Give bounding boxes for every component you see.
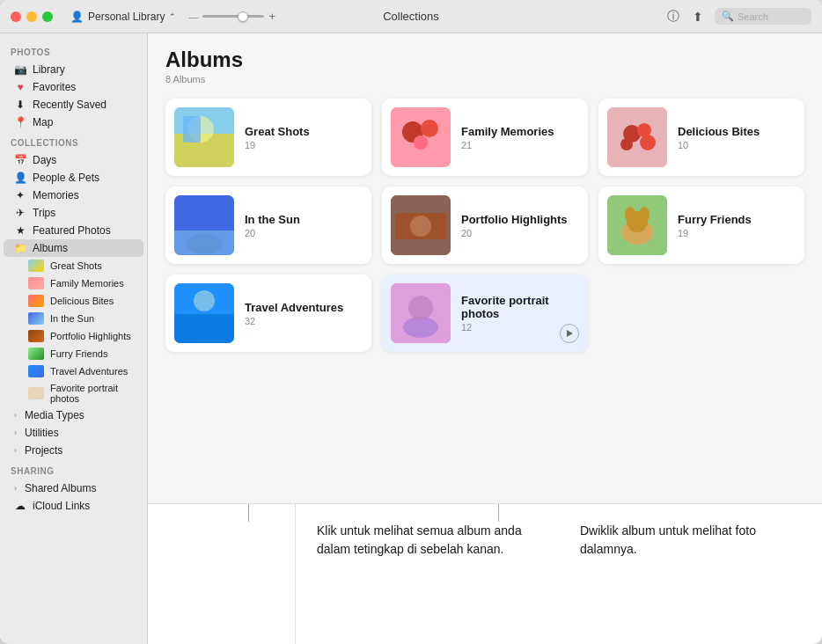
album-card-great-shots[interactable]: Great Shots 19: [165, 99, 371, 176]
travel-thumb: [28, 365, 44, 377]
icloud-icon: ☁: [14, 500, 26, 512]
album-card-furry-friends[interactable]: Furry Friends 19: [598, 187, 804, 264]
album-card-portfolio-highlights[interactable]: Portfolio Highlights 20: [382, 187, 588, 264]
sidebar-item-people-pets[interactable]: 👤 People & Pets: [4, 169, 143, 187]
sidebar-label-featured-photos: Featured Photos: [33, 224, 111, 237]
sidebar-item-travel-adventures[interactable]: Travel Adventures: [4, 362, 143, 380]
sidebar-label-days: Days: [33, 154, 56, 166]
annotation-left-text: Klik untuk melihat semua album anda dala…: [317, 522, 538, 559]
annotation-right: Dwiklik album untuk melihat foto dalamny…: [559, 504, 822, 644]
album-name-delicious-bites: Delicious Bites: [678, 125, 796, 138]
album-thumb-furry-friends: [607, 195, 667, 255]
sidebar-item-portfolio-highlights[interactable]: Portfolio Highlights: [4, 327, 143, 345]
sidebar-item-furry-friends[interactable]: Furry Friends: [4, 345, 143, 362]
sidebar-item-projects[interactable]: › Projects: [4, 442, 143, 459]
days-icon: 📅: [14, 154, 26, 166]
album-thumb-great-shots: [174, 107, 234, 167]
album-count-in-the-sun: 20: [245, 228, 363, 238]
sidebar-item-media-types[interactable]: › Media Types: [4, 406, 143, 424]
trips-icon: ✈: [14, 207, 26, 219]
svg-point-29: [408, 296, 433, 320]
album-count: 8 Albums: [165, 74, 804, 84]
sidebar-label-in-the-sun: In the Sun: [50, 313, 94, 324]
sidebar-item-memories[interactable]: ✦ Memories: [4, 187, 143, 204]
zoom-minus-icon: —: [188, 11, 198, 22]
utilities-expand-icon: ›: [14, 428, 17, 437]
album-info-great-shots: Great Shots 19: [245, 125, 363, 150]
sidebar-item-map[interactable]: 📍 Map: [4, 113, 143, 131]
album-name-family-memories: Family Memories: [461, 125, 579, 138]
family-memories-thumb: [28, 277, 44, 289]
album-thumb-delicious-bites: [607, 107, 667, 167]
album-card-favorite-portrait[interactable]: Favorite portrait photos 12: [382, 274, 588, 352]
sidebar-item-utilities[interactable]: › Utilities: [4, 424, 143, 442]
zoom-control[interactable]: — +: [188, 10, 275, 23]
sidebar-item-family-memories[interactable]: Family Memories: [4, 274, 143, 292]
people-pets-icon: 👤: [14, 172, 26, 184]
library-selector[interactable]: 👤 Personal Library ⌃: [70, 11, 176, 23]
sidebar-item-delicious-bites[interactable]: Delicious Bites: [4, 292, 143, 310]
album-name-great-shots: Great Shots: [245, 125, 363, 138]
album-card-delicious-bites[interactable]: Delicious Bites 10: [598, 99, 804, 176]
window-title: Collections: [383, 10, 439, 23]
album-thumb-portfolio: [391, 195, 451, 255]
album-grid: Great Shots 19 Family Memories 21: [165, 99, 804, 352]
shared-albums-expand-icon: ›: [14, 484, 17, 493]
sidebar-item-favorite-portrait[interactable]: Favorite portrait photos: [4, 380, 143, 406]
album-info-delicious-bites: Delicious Bites 10: [678, 125, 796, 150]
content-area: Albums 8 Albums Great Shots 19: [148, 33, 822, 503]
play-icon[interactable]: [560, 324, 579, 343]
svg-point-7: [414, 135, 428, 150]
sidebar-item-trips[interactable]: ✈ Trips: [4, 204, 143, 222]
svg-point-6: [421, 120, 438, 137]
info-icon[interactable]: ⓘ: [665, 9, 681, 25]
svg-point-22: [625, 207, 635, 223]
search-box[interactable]: 🔍 Search: [715, 8, 811, 25]
sidebar-item-favorites[interactable]: ♥ Favorites: [4, 78, 143, 96]
zoom-slider[interactable]: [202, 15, 264, 18]
sidebar-label-favorites: Favorites: [33, 81, 76, 93]
minimize-button[interactable]: [26, 11, 37, 22]
sidebar-item-great-shots[interactable]: Great Shots: [4, 257, 143, 274]
album-thumb-travel-adventures: [174, 283, 234, 343]
sidebar-item-library[interactable]: 📷 Library: [4, 61, 143, 78]
sidebar-item-in-the-sun[interactable]: In the Sun: [4, 310, 143, 327]
album-info-portfolio: Portfolio Highlights 20: [461, 213, 579, 238]
sidebar-label-great-shots: Great Shots: [50, 260, 102, 271]
memories-icon: ✦: [14, 189, 26, 201]
map-icon: 📍: [14, 116, 26, 128]
album-info-family-memories: Family Memories 21: [461, 125, 579, 150]
share-icon[interactable]: ⬆: [690, 9, 706, 25]
sidebar-label-delicious-bites: Delicious Bites: [50, 296, 114, 306]
album-card-in-the-sun[interactable]: In the Sun 20: [165, 187, 371, 264]
sidebar-label-family-memories: Family Memories: [50, 278, 124, 289]
sidebar-item-days[interactable]: 📅 Days: [4, 151, 143, 169]
svg-point-18: [410, 216, 431, 237]
app-window: 👤 Personal Library ⌃ — + Collections ⓘ ⬆…: [0, 0, 822, 644]
sidebar-label-map: Map: [33, 116, 53, 128]
portfolio-thumb: [28, 330, 44, 342]
album-card-family-memories[interactable]: Family Memories 21: [382, 99, 588, 176]
maximize-button[interactable]: [42, 11, 53, 22]
close-button[interactable]: [11, 11, 21, 22]
sidebar-item-icloud-links[interactable]: ☁ iCloud Links: [4, 497, 143, 515]
sidebar-section-photos: Photos: [0, 40, 147, 61]
sidebar-item-featured-photos[interactable]: ★ Featured Photos: [4, 222, 143, 239]
library-label: Personal Library: [88, 11, 165, 23]
chevron-icon: ⌃: [169, 12, 176, 21]
sidebar-item-recently-saved[interactable]: ⬇ Recently Saved: [4, 96, 143, 113]
album-thumb-in-the-sun: [174, 195, 234, 255]
favorites-icon: ♥: [14, 81, 26, 93]
album-count-travel-adventures: 32: [245, 316, 363, 326]
albums-icon: 📁: [14, 242, 26, 254]
sidebar-label-memories: Memories: [33, 189, 79, 201]
album-name-travel-adventures: Travel Adventures: [245, 301, 363, 314]
sidebar-item-albums[interactable]: 📁 Albums: [4, 239, 143, 257]
sidebar-label-library: Library: [33, 63, 65, 76]
album-card-travel-adventures[interactable]: Travel Adventures 32: [165, 274, 371, 352]
titlebar: 👤 Personal Library ⌃ — + Collections ⓘ ⬆…: [0, 0, 822, 33]
sidebar-item-shared-albums[interactable]: › Shared Albums: [4, 479, 143, 497]
main-layout: Photos 📷 Library ♥ Favorites ⬇ Recently …: [0, 33, 822, 644]
svg-rect-3: [183, 116, 201, 143]
titlebar-right: ⓘ ⬆ 🔍 Search: [665, 8, 811, 25]
